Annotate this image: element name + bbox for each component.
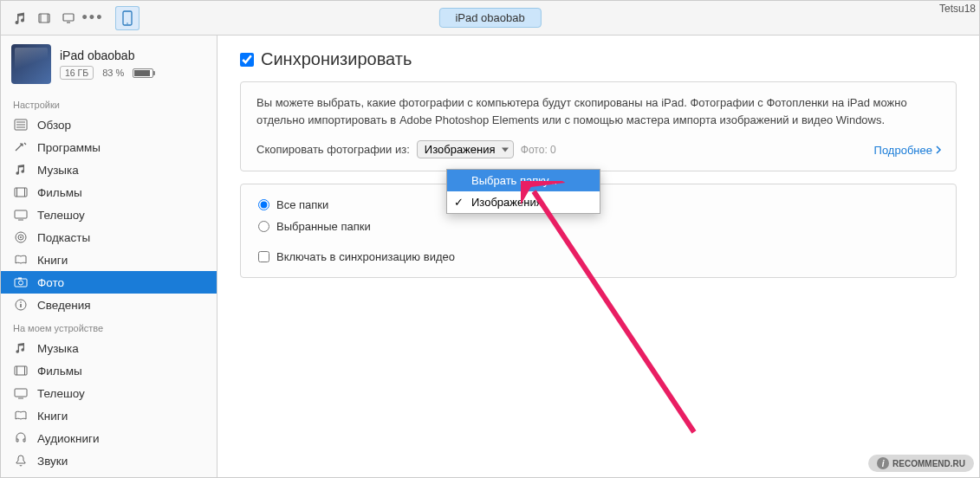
battery-percent: 83 % bbox=[102, 68, 124, 78]
more-icon[interactable]: ••• bbox=[81, 6, 105, 30]
sidebar-item-label: Телешоу bbox=[37, 387, 85, 400]
audiobooks-icon bbox=[13, 431, 29, 445]
svg-point-24 bbox=[20, 301, 22, 303]
sidebar-item-podcasts[interactable]: Подкасты bbox=[1, 226, 217, 249]
sidebar-item-label: Фильмы bbox=[37, 186, 82, 199]
apps-icon bbox=[13, 140, 29, 154]
movies-nav-icon bbox=[13, 185, 29, 199]
sidebar-item-label: Фото bbox=[37, 276, 64, 289]
radio-label: Все папки bbox=[276, 198, 328, 211]
sidebar-item-label: Звуки bbox=[37, 455, 68, 468]
info-text: Вы можете выбрать, какие фотографии с ко… bbox=[256, 94, 940, 128]
dropdown-item-choose-folder[interactable]: Выбрать папку... bbox=[447, 170, 600, 191]
svg-point-6 bbox=[127, 23, 128, 24]
info-box: Вы можете выбрать, какие фотографии с ко… bbox=[240, 81, 957, 171]
battery-icon bbox=[133, 68, 153, 78]
sidebar-item-label: Книги bbox=[37, 254, 68, 267]
radio-label: Выбранные папки bbox=[276, 220, 371, 233]
svg-rect-19 bbox=[15, 279, 27, 287]
sidebar-item-apps[interactable]: Программы bbox=[1, 136, 217, 158]
music-nav-icon bbox=[13, 163, 29, 177]
photo-count: Фото: 0 bbox=[521, 142, 556, 158]
include-video-checkbox[interactable] bbox=[258, 251, 269, 262]
irecommend-badge: RECOMMEND.RU bbox=[868, 455, 974, 472]
books-icon bbox=[13, 409, 29, 423]
sidebar-item-label: Телешоу bbox=[37, 209, 85, 222]
sidebar-item-movies[interactable]: Фильмы bbox=[1, 181, 217, 203]
svg-rect-3 bbox=[63, 14, 74, 21]
sidebar-item-label: Книги bbox=[37, 410, 68, 423]
device-thumbnail bbox=[11, 44, 51, 84]
summary-icon bbox=[13, 118, 29, 132]
sidebar-item-tvshows[interactable]: Телешоу bbox=[1, 203, 217, 226]
bell-icon bbox=[13, 454, 29, 468]
sidebar-item-info[interactable]: Сведения bbox=[1, 294, 217, 316]
svg-point-18 bbox=[20, 236, 22, 238]
sync-header: Синхронизировать bbox=[240, 49, 957, 69]
sidebar-item-label: Музыка bbox=[37, 164, 79, 177]
chevron-right-icon bbox=[936, 145, 942, 154]
svg-rect-28 bbox=[15, 389, 27, 397]
sidebar-item-label: Сведения bbox=[37, 299, 91, 312]
tv-nav-icon bbox=[13, 208, 29, 222]
section-label-ondevice: На моем устройстве bbox=[1, 316, 217, 337]
sidebar-item-label: Подкасты bbox=[37, 231, 90, 244]
checkbox-label: Включать в синхронизацию видео bbox=[276, 250, 455, 263]
folder-select[interactable]: Изображения bbox=[417, 140, 514, 158]
radio-selected-folders[interactable] bbox=[258, 221, 269, 232]
sidebar: iPad obaobab 16 ГБ 83 % Настройки Обзор … bbox=[1, 36, 217, 477]
folder-dropdown: Выбрать папку... ✓Изображения bbox=[446, 169, 600, 214]
section-label-settings: Настройки bbox=[1, 93, 217, 113]
books-icon bbox=[13, 253, 29, 267]
sidebar-item-summary[interactable]: Обзор bbox=[1, 113, 217, 136]
sidebar-device-music[interactable]: Музыка bbox=[1, 337, 217, 359]
capacity-badge: 16 ГБ bbox=[60, 66, 94, 80]
sidebar-item-label: Программы bbox=[37, 141, 101, 154]
sidebar-device-tvshows[interactable]: Телешоу bbox=[1, 382, 217, 404]
svg-rect-14 bbox=[15, 210, 27, 218]
tv-icon[interactable] bbox=[56, 6, 81, 30]
content-area: Синхронизировать Вы можете выбрать, каки… bbox=[217, 36, 979, 477]
sidebar-device-tones[interactable]: Звуки bbox=[1, 449, 217, 472]
sidebar-device-movies[interactable]: Фильмы bbox=[1, 359, 217, 382]
movies-icon[interactable] bbox=[32, 6, 56, 30]
podcasts-icon bbox=[13, 230, 29, 244]
sidebar-item-label: Музыка bbox=[37, 342, 79, 355]
device-icon[interactable] bbox=[115, 6, 140, 30]
sidebar-item-books[interactable]: Книги bbox=[1, 249, 217, 271]
sync-checkbox[interactable] bbox=[240, 53, 254, 67]
camera-icon bbox=[13, 275, 29, 289]
info-icon bbox=[13, 298, 29, 312]
music-nav-icon bbox=[13, 341, 29, 355]
device-pill[interactable]: iPad obaobab bbox=[438, 8, 541, 28]
movies-nav-icon bbox=[13, 364, 29, 378]
dropdown-item-pictures[interactable]: ✓Изображения bbox=[447, 191, 600, 213]
svg-rect-21 bbox=[18, 278, 22, 280]
device-name: iPad obaobab bbox=[60, 48, 206, 62]
music-icon[interactable] bbox=[8, 6, 32, 30]
sidebar-item-photos[interactable]: Фото bbox=[1, 271, 217, 294]
sidebar-item-music[interactable]: Музыка bbox=[1, 158, 217, 181]
sidebar-item-label: Фильмы bbox=[37, 365, 82, 378]
sync-label: Синхронизировать bbox=[261, 49, 412, 69]
more-link[interactable]: Подробнее bbox=[874, 142, 942, 159]
sidebar-device-books[interactable]: Книги bbox=[1, 404, 217, 427]
toolbar: ••• iPad obaobab bbox=[1, 1, 979, 36]
device-header[interactable]: iPad obaobab 16 ГБ 83 % bbox=[1, 36, 217, 93]
watermark: Tetsu18 bbox=[939, 3, 976, 15]
sidebar-item-label: Обзор bbox=[37, 119, 71, 132]
radio-all-folders[interactable] bbox=[258, 199, 269, 210]
check-icon: ✓ bbox=[454, 196, 464, 209]
tv-nav-icon bbox=[13, 386, 29, 400]
sidebar-device-audiobooks[interactable]: Аудиокниги bbox=[1, 427, 217, 449]
sidebar-item-label: Аудиокниги bbox=[37, 432, 99, 445]
copy-from-label: Скопировать фотографии из: bbox=[256, 141, 410, 158]
svg-point-20 bbox=[19, 281, 23, 285]
